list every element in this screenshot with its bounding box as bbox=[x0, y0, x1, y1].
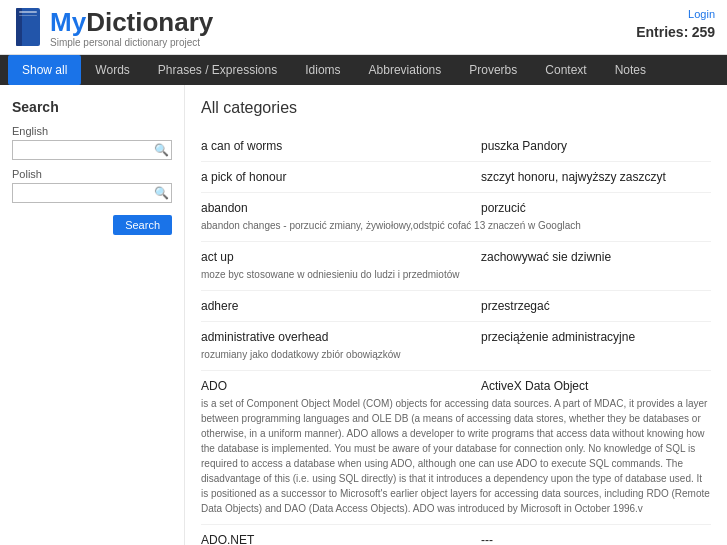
entry-0: a can of wormspuszka Pandory bbox=[201, 131, 711, 162]
search-button[interactable]: Search bbox=[113, 215, 172, 235]
entry-translation-1: szczyt honoru, najwyższy zaszczyt bbox=[481, 170, 666, 184]
entry-note-5: rozumiany jako dodatkowy zbiór obowiązkó… bbox=[201, 347, 711, 362]
entry-translation-5: przeciążenie administracyjne bbox=[481, 330, 635, 344]
entry-note-3: moze byc stosowane w odniesieniu do ludz… bbox=[201, 267, 711, 282]
search-sidebar: Search English 🔍 Polish 🔍 Search bbox=[0, 85, 185, 545]
site-subtitle: Simple personal dictionary project bbox=[50, 37, 213, 48]
entry-translation-4: przestrzegać bbox=[481, 299, 550, 313]
site-title: MyDictionary bbox=[50, 8, 213, 37]
entry-word-0: a can of worms bbox=[201, 139, 282, 153]
entry-word-3: act up bbox=[201, 250, 234, 264]
entries-container: a can of wormspuszka Pandorya pick of ho… bbox=[201, 131, 711, 545]
entry-translation-2: porzucić bbox=[481, 201, 526, 215]
polish-input[interactable] bbox=[12, 183, 172, 203]
logo-text: MyDictionary Simple personal dictionary … bbox=[50, 8, 213, 48]
nav-proverbs[interactable]: Proverbs bbox=[455, 55, 531, 85]
entry-word-2: abandon bbox=[201, 201, 248, 215]
entry-note-6: is a set of Component Object Model (COM)… bbox=[201, 396, 711, 516]
entry-word-6: ADO bbox=[201, 379, 227, 393]
search-title: Search bbox=[12, 99, 172, 115]
entry-word-4: adhere bbox=[201, 299, 238, 313]
nav-abbreviations[interactable]: Abbreviations bbox=[355, 55, 456, 85]
entry-word-5: administrative overhead bbox=[201, 330, 328, 344]
svg-rect-3 bbox=[19, 15, 37, 16]
polish-label: Polish bbox=[12, 168, 172, 180]
nav-phrases[interactable]: Phrases / Expressions bbox=[144, 55, 291, 85]
english-label: English bbox=[12, 125, 172, 137]
polish-input-wrap: 🔍 bbox=[12, 183, 172, 203]
entry-translation-3: zachowywać sie dziwnie bbox=[481, 250, 611, 264]
main-nav: Show all Words Phrases / Expressions Idi… bbox=[0, 55, 727, 85]
logo-area: MyDictionary Simple personal dictionary … bbox=[12, 8, 213, 48]
nav-idioms[interactable]: Idioms bbox=[291, 55, 354, 85]
main-layout: Search English 🔍 Polish 🔍 Search All cat… bbox=[0, 85, 727, 545]
entry-translation-0: puszka Pandory bbox=[481, 139, 567, 153]
entry-note-2: abandon changes - porzucić zmiany, żywio… bbox=[201, 218, 711, 233]
login-link[interactable]: Login bbox=[688, 8, 715, 20]
entry-4: adhereprzestrzegać bbox=[201, 291, 711, 322]
entry-7: ADO.NET---is a set of computer software … bbox=[201, 525, 711, 545]
entry-translation-7: --- bbox=[481, 533, 493, 545]
nav-notes[interactable]: Notes bbox=[601, 55, 660, 85]
english-input[interactable] bbox=[12, 140, 172, 160]
page-header: MyDictionary Simple personal dictionary … bbox=[0, 0, 727, 55]
content-title: All categories bbox=[201, 99, 711, 117]
book-icon bbox=[12, 8, 44, 48]
entry-word-7: ADO.NET bbox=[201, 533, 254, 545]
entry-2: abandonporzucićabandon changes - porzuci… bbox=[201, 193, 711, 242]
entry-translation-6: ActiveX Data Object bbox=[481, 379, 588, 393]
content-area: All categories a can of wormspuszka Pand… bbox=[185, 85, 727, 545]
entry-5: administrative overheadprzeciążenie admi… bbox=[201, 322, 711, 371]
svg-rect-1 bbox=[16, 8, 22, 46]
header-right: Login Entries: 259 bbox=[636, 8, 715, 40]
entry-6: ADOActiveX Data Objectis a set of Compon… bbox=[201, 371, 711, 525]
nav-show-all[interactable]: Show all bbox=[8, 55, 81, 85]
svg-rect-2 bbox=[19, 11, 37, 13]
english-input-wrap: 🔍 bbox=[12, 140, 172, 160]
polish-search-icon-btn[interactable]: 🔍 bbox=[154, 186, 169, 200]
english-search-icon-btn[interactable]: 🔍 bbox=[154, 143, 169, 157]
nav-context[interactable]: Context bbox=[531, 55, 600, 85]
entry-3: act upzachowywać sie dziwniemoze byc sto… bbox=[201, 242, 711, 291]
nav-words[interactable]: Words bbox=[81, 55, 143, 85]
entry-1: a pick of honourszczyt honoru, najwyższy… bbox=[201, 162, 711, 193]
entries-count: Entries: 259 bbox=[636, 24, 715, 40]
entry-word-1: a pick of honour bbox=[201, 170, 286, 184]
